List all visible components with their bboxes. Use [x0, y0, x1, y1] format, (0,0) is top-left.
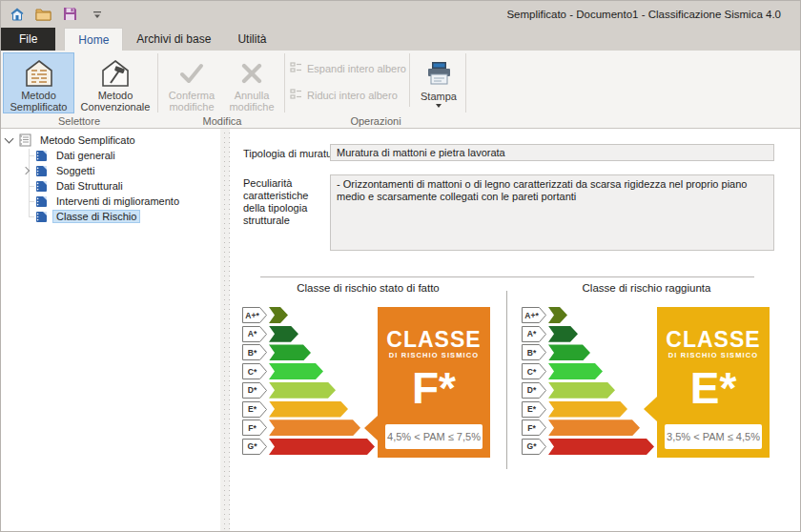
scale-class-label: E* — [522, 401, 546, 418]
open-folder-icon[interactable] — [35, 6, 51, 22]
risk-class-box: CLASSE DI RISCHIO SISMICO E* 3,5% < PAM … — [657, 307, 770, 458]
title-bar: Semplificato - Documento1 - Classificazi… — [1, 1, 800, 27]
scale-row: B* — [242, 344, 311, 360]
content-area: Metodo Semplificato Dati generali Sogget… — [1, 129, 800, 531]
espandi-intero-albero-label: Espandi intero albero — [307, 63, 406, 74]
metodo-convenzionale-button[interactable]: Metodo Convenzionale — [78, 52, 153, 113]
charts-divider — [506, 291, 507, 469]
tree-root-label[interactable]: Metodo Semplificato — [36, 133, 139, 147]
ribbon-tab-bar: File Home Archivi di base Utilità — [1, 27, 800, 51]
risk-class-box: CLASSE DI RISCHIO SISMICO F* 4,5% < PAM … — [378, 307, 490, 458]
tree-item-classe-di-rischio[interactable]: Classe di Rischio — [1, 209, 220, 224]
tree-item-interventi-di-miglioramento[interactable]: Interventi di miglioramento — [1, 194, 220, 209]
scale-row: A+* — [242, 307, 288, 323]
chart-title-stato-di-fatto: Classe di rischio stato di fatto — [235, 282, 502, 294]
chevron-down-icon[interactable] — [5, 134, 14, 144]
scale-arrow — [269, 307, 288, 323]
tab-archivi-di-base[interactable]: Archivi di base — [123, 28, 224, 51]
pam-range-badge: 4,5% < PAM ≤ 7,5% — [385, 424, 483, 449]
scale-row: A+* — [522, 307, 567, 323]
tipologia-muratura-label: Tipologia di muratura — [243, 148, 341, 160]
stampa-button[interactable]: Stampa — [413, 52, 464, 113]
tree-item-dati-strutturali[interactable]: Dati Strutturali — [1, 178, 220, 194]
collapse-tree-icon — [290, 89, 302, 102]
house-simplified-icon — [24, 56, 54, 90]
printer-icon — [426, 56, 452, 91]
scale-class-label: A* — [522, 326, 546, 342]
annulla-modifiche-button[interactable]: Annulla modifiche — [223, 52, 280, 113]
book-icon — [35, 150, 48, 162]
risk-scale-raggiunta: A+*A*B*C*D*E*F*G* CLASSE DI RISCHIO SISM… — [522, 307, 784, 458]
peculiarita-label: Peculiarità caratteristiche della tipolo… — [243, 177, 331, 227]
scale-class-label: B* — [242, 344, 267, 360]
scale-row: F* — [522, 419, 640, 436]
scale-class-label: C* — [242, 363, 267, 379]
classe-subheading: DI RISCHIO SISMICO — [657, 351, 770, 359]
scale-row: D* — [242, 382, 336, 399]
scale-class-label: A+* — [522, 307, 546, 323]
group-label-selettore: Selettore — [1, 115, 157, 127]
scale-row: E* — [242, 401, 348, 418]
scale-class-label: A* — [242, 326, 267, 342]
scale-row: G* — [522, 439, 654, 455]
scale-row: C* — [242, 363, 323, 379]
house-conventional-icon — [100, 56, 131, 90]
pam-range-badge: 3,5% < PAM ≤ 4,5% — [665, 424, 762, 449]
scale-arrow — [548, 419, 640, 436]
scale-class-label: F* — [242, 419, 267, 436]
metodo-semplificato-label: Metodo Semplificato — [4, 90, 73, 113]
riduci-intero-albero-button[interactable]: Riduci intero albero — [290, 86, 412, 105]
classe-subheading: DI RISCHIO SISMICO — [378, 351, 490, 359]
scale-arrow — [269, 439, 375, 455]
scale-class-label: E* — [242, 401, 267, 418]
metodo-semplificato-button[interactable]: Metodo Semplificato — [3, 52, 74, 113]
scale-arrow — [548, 307, 567, 323]
conferma-modifiche-button[interactable]: Conferma modifiche — [162, 52, 221, 113]
scale-arrow — [548, 344, 590, 360]
ribbon: Metodo Semplificato Metodo Convenzionale… — [1, 51, 800, 129]
class-pointer-icon — [644, 397, 657, 421]
tree-item-soggetti[interactable]: Soggetti — [1, 163, 220, 178]
tab-utilita[interactable]: Utilità — [224, 28, 279, 51]
scale-arrow — [548, 363, 603, 379]
tab-home[interactable]: Home — [64, 28, 123, 51]
scale-class-label: G* — [242, 439, 267, 455]
scale-row: E* — [522, 401, 627, 418]
scale-row: G* — [242, 439, 375, 455]
book-icon — [35, 165, 48, 177]
espandi-intero-albero-button[interactable]: Espandi intero albero — [290, 59, 412, 78]
scale-row: C* — [522, 363, 603, 379]
tipologia-muratura-input[interactable] — [330, 144, 774, 161]
scale-row: D* — [522, 382, 615, 399]
scale-arrow — [548, 439, 654, 455]
notebook-icon — [18, 133, 31, 147]
class-pointer-icon — [364, 416, 378, 440]
scale-class-label: C* — [522, 363, 546, 379]
scale-row: F* — [242, 419, 360, 436]
scale-class-label: D* — [522, 382, 546, 399]
scale-arrow — [269, 401, 348, 418]
risk-scale-stato-di-fatto: A+*A*B*C*D*E*F*G* CLASSE DI RISCHIO SISM… — [242, 307, 504, 458]
tab-file[interactable]: File — [1, 28, 55, 51]
home-icon[interactable] — [9, 6, 25, 22]
window-title: Semplificato - Documento1 - Classificazi… — [506, 9, 781, 20]
scale-class-label: B* — [522, 344, 546, 360]
scale-class-label: G* — [522, 439, 546, 455]
panel-splitter[interactable] — [220, 129, 230, 531]
save-icon[interactable] — [62, 6, 78, 22]
scale-class-label: F* — [522, 419, 546, 436]
scale-row: B* — [522, 344, 590, 360]
chevron-right-icon[interactable] — [22, 167, 30, 174]
stampa-dropdown-icon[interactable] — [436, 104, 442, 108]
tree-root-metodo-semplificato[interactable]: Metodo Semplificato — [1, 133, 220, 148]
scale-row: A* — [242, 326, 298, 342]
charts-separator — [260, 276, 754, 277]
tree-item-dati-generali[interactable]: Dati generali — [1, 148, 220, 163]
peculiarita-textarea[interactable]: - Orizzontamenti di mattoni o di legno c… — [330, 174, 774, 251]
scale-arrow — [269, 326, 298, 342]
customize-toolbar-icon[interactable] — [89, 6, 105, 22]
chart-title-raggiunta: Classe di rischio raggiunta — [513, 282, 780, 294]
book-icon — [35, 195, 48, 208]
scale-arrow — [548, 382, 615, 399]
group-label-operazioni: Operazioni — [287, 115, 464, 127]
